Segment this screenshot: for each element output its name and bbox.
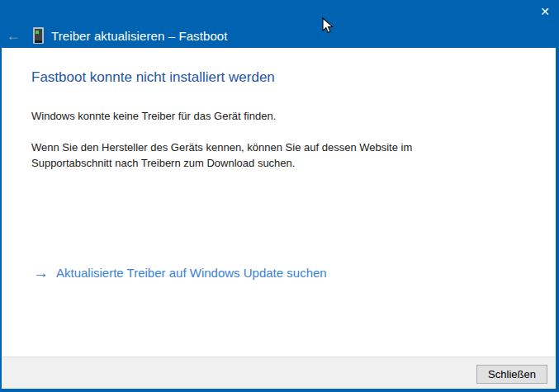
titlebar: ✕ ← Treiber aktualisieren – Fastboot — [0, 0, 559, 48]
search-windows-update-label: Aktualisierte Treiber auf Windows Update… — [56, 266, 327, 280]
search-windows-update-link[interactable]: → Aktualisierte Treiber auf Windows Upda… — [33, 265, 327, 281]
wizard-header: ← Treiber aktualisieren – Fastboot — [0, 23, 559, 48]
device-icon — [33, 27, 44, 44]
back-arrow-icon: ← — [6, 28, 21, 43]
schliessen-button[interactable]: Schließen — [476, 365, 547, 384]
back-button[interactable]: ← — [0, 23, 26, 48]
page-heading: Fastboot konnte nicht installiert werden — [31, 69, 275, 86]
window-title: Treiber aktualisieren – Fastboot — [51, 29, 228, 43]
hint-text: Wenn Sie den Hersteller des Geräts kenne… — [31, 139, 462, 171]
update-driver-wizard-window: ✕ ← Treiber aktualisieren – Fastboot Fas… — [0, 0, 559, 392]
footer-bar: Schließen — [2, 357, 556, 389]
close-button[interactable]: ✕ — [533, 0, 557, 23]
content-area: Fastboot konnte nicht installiert werden… — [2, 48, 556, 357]
arrow-right-icon: → — [33, 265, 49, 281]
result-text: Windows konnte keine Treiber für das Ger… — [31, 108, 276, 124]
close-icon: ✕ — [540, 6, 550, 17]
